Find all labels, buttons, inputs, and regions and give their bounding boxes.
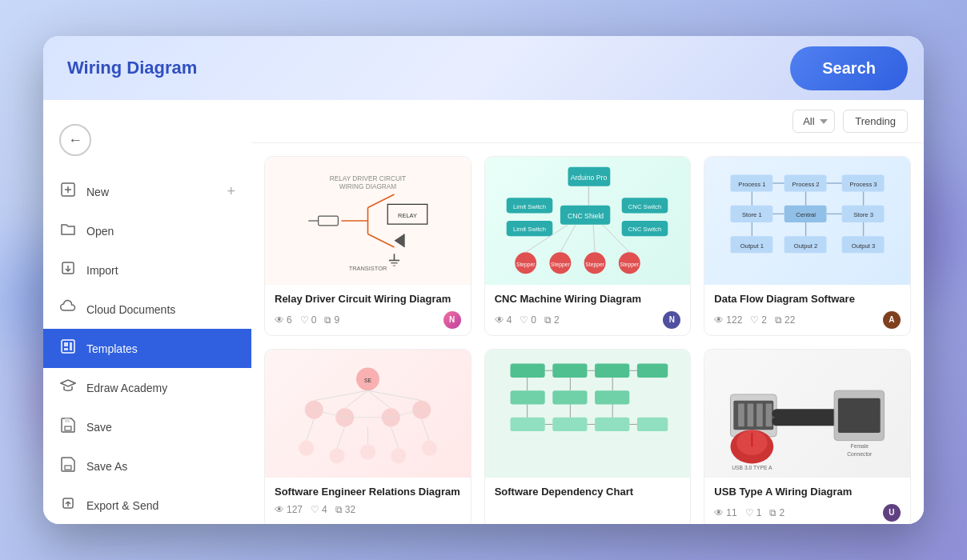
svg-line-57 [560, 225, 576, 253]
sidebar-item-save[interactable]: Save [43, 407, 251, 446]
svg-text:Store 3: Store 3 [853, 211, 873, 218]
card-relay[interactable]: RELAY DRIVER CIRCUIT WIRING DIAGRAM [264, 156, 471, 336]
svg-text:CNC Shield: CNC Shield [568, 212, 604, 220]
card-title-software-eng: Software Engineer Relations Diagram [275, 486, 461, 499]
svg-text:Stepper: Stepper [620, 262, 640, 268]
cards-grid: RELAY DRIVER CIRCUIT WIRING DIAGRAM [264, 156, 911, 524]
eye-icon-se: 👁 [275, 504, 284, 515]
svg-rect-121 [637, 418, 668, 431]
software-eng-svg: SE [275, 356, 460, 471]
eye-icon-df: 👁 [714, 314, 724, 326]
app-window: Search ← New + [43, 36, 924, 524]
card-info-software-eng: Software Engineer Relations Diagram 👁 12… [265, 478, 471, 522]
search-input[interactable] [59, 58, 790, 78]
svg-point-97 [391, 448, 406, 463]
copies-stat-cnc: ⧉ 2 [544, 314, 560, 326]
svg-text:Limit Switch: Limit Switch [514, 226, 547, 233]
svg-rect-116 [553, 390, 588, 404]
svg-marker-28 [394, 234, 403, 246]
svg-rect-6 [64, 348, 68, 350]
copy-icon-df: ⧉ [775, 314, 782, 326]
card-image-usb: USB 3.0 TYPE A Female Connector [704, 350, 910, 478]
likes-stat-df: ♡ 2 [750, 314, 767, 326]
card-software-eng[interactable]: SE [264, 349, 471, 524]
card-image-dataflow: Process 1 Process 2 Process 3 Store 1 Ce… [704, 157, 910, 285]
sidebar-item-import[interactable]: Import [43, 250, 251, 290]
heart-icon-usb: ♡ [745, 507, 754, 518]
sidebar-item-templates[interactable]: Templates [43, 329, 251, 368]
svg-rect-113 [596, 363, 630, 377]
svg-rect-111 [511, 363, 545, 377]
eye-icon: 👁 [275, 314, 284, 326]
svg-text:Arduino Pro: Arduino Pro [571, 174, 608, 182]
svg-point-94 [299, 440, 314, 455]
svg-point-96 [360, 444, 375, 459]
copies-stat-usb: ⧉ 2 [769, 507, 784, 518]
card-info-cnc: CNC Machine Wiring Diagram 👁 4 ♡ 0 [485, 285, 691, 335]
sidebar-saveas-label: Save As [86, 460, 127, 473]
svg-line-102 [367, 390, 421, 400]
svg-text:Process 3: Process 3 [850, 181, 877, 188]
sidebar: ← New + Open [43, 100, 251, 524]
sidebar-item-cloud[interactable]: Cloud Documents [43, 290, 251, 329]
svg-rect-10 [65, 466, 71, 470]
card-dep[interactable]: Software Dependency Chart [484, 349, 692, 524]
card-title-relay: Relay Driver Circuit Wiring Diagram [275, 293, 461, 306]
svg-text:Limit Switch: Limit Switch [514, 203, 547, 210]
svg-rect-119 [553, 418, 588, 431]
trending-button[interactable]: Trending [843, 110, 908, 133]
svg-text:Store 1: Store 1 [742, 211, 762, 218]
filter-all-select[interactable]: All [792, 110, 835, 133]
card-image-relay: RELAY DRIVER CIRCUIT WIRING DIAGRAM [265, 157, 471, 285]
svg-rect-115 [511, 390, 545, 404]
svg-rect-118 [511, 418, 545, 431]
svg-text:CNC Switch: CNC Switch [628, 203, 661, 210]
heart-icon-cnc: ♡ [520, 314, 528, 326]
svg-rect-112 [553, 363, 588, 377]
heart-icon-df: ♡ [750, 314, 759, 326]
svg-text:Central: Central [796, 211, 816, 218]
svg-point-90 [305, 401, 323, 419]
card-image-cnc: Arduino Pro CNC Shield Limit Switch [485, 157, 691, 285]
svg-text:SE: SE [364, 378, 371, 383]
svg-line-106 [391, 426, 399, 448]
sidebar-item-open[interactable]: Open [43, 211, 251, 250]
sidebar-item-export[interactable]: Export & Send [43, 486, 251, 524]
svg-text:CNC Switch: CNC Switch [628, 226, 661, 233]
svg-line-22 [367, 194, 394, 207]
svg-rect-143 [838, 398, 881, 433]
svg-line-23 [367, 234, 394, 246]
open-icon [59, 221, 77, 241]
svg-line-58 [594, 225, 596, 253]
sidebar-item-academy[interactable]: Edraw Academy [43, 368, 251, 407]
relay-diagram-svg: RELAY DRIVER CIRCUIT WIRING DIAGRAM [275, 163, 460, 278]
svg-rect-24 [318, 216, 338, 226]
sidebar-item-saveas[interactable]: Save As [43, 446, 251, 486]
svg-line-101 [367, 390, 391, 408]
card-info-relay: Relay Driver Circuit Wiring Diagram 👁 6 … [265, 285, 471, 335]
new-icon [59, 182, 77, 202]
card-usb[interactable]: USB 3.0 TYPE A Female Connector USB Type… [704, 349, 911, 524]
copies-stat-se: ⧉ 32 [335, 504, 355, 515]
card-info-usb: USB Type A Wiring Diagram 👁 11 ♡ 1 [704, 478, 910, 524]
grid-container: RELAY DRIVER CIRCUIT WIRING DIAGRAM [251, 143, 924, 524]
back-button[interactable]: ← [59, 124, 91, 156]
svg-rect-9 [65, 418, 70, 422]
card-dataflow[interactable]: Process 1 Process 2 Process 3 Store 1 Ce… [704, 156, 911, 336]
sidebar-back: ← [43, 116, 251, 172]
svg-text:Process 2: Process 2 [792, 181, 820, 188]
card-title-cnc: CNC Machine Wiring Diagram [495, 293, 681, 306]
card-image-software-eng: SE [265, 350, 471, 478]
sidebar-export-label: Export & Send [86, 499, 158, 512]
views-stat-df: 👁 122 [714, 314, 742, 326]
card-cnc[interactable]: Arduino Pro CNC Shield Limit Switch [484, 156, 692, 336]
sidebar-import-label: Import [86, 264, 118, 277]
saveas-icon [59, 456, 77, 476]
search-button[interactable]: Search [790, 46, 908, 90]
sidebar-item-new[interactable]: New + [43, 172, 251, 211]
svg-text:Process 1: Process 1 [738, 181, 765, 188]
dep-svg [495, 356, 680, 471]
card-title-dataflow: Data Flow Diagram Software [714, 293, 901, 306]
cnc-diagram-svg: Arduino Pro CNC Shield Limit Switch [495, 163, 680, 278]
cloud-icon [59, 299, 77, 319]
